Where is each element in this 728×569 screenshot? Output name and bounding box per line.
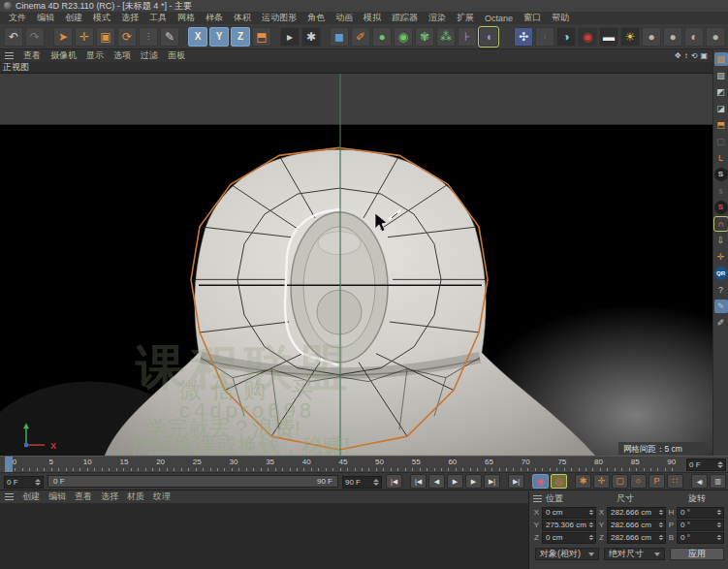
rotation-field[interactable]: 0 °: [677, 507, 724, 519]
toolbar-icon[interactable]: [47, 27, 51, 47]
rotation-field[interactable]: 0 °: [677, 520, 724, 531]
octane-livedb-icon[interactable]: ◑: [556, 27, 576, 47]
octane-daylight-icon[interactable]: ☀: [620, 27, 640, 47]
octane-resolution-icon[interactable]: ▬: [599, 27, 618, 47]
keyframe-settings-toggle[interactable]: ✱: [575, 474, 591, 489]
glossy-material-icon[interactable]: ●: [663, 27, 682, 47]
metallic-material-icon[interactable]: ●: [706, 27, 725, 47]
current-frame-field[interactable]: 0 F: [686, 458, 726, 471]
timeline-ticks[interactable]: 051015202530354045505560657075808590: [0, 457, 684, 472]
toolbar-icon[interactable]: [323, 27, 328, 47]
record-parameter-toggle[interactable]: P: [649, 474, 665, 489]
viewport-menu-item[interactable]: 显示: [86, 49, 104, 62]
zoom-view-icon[interactable]: ↕: [684, 51, 688, 60]
go-to-start-button[interactable]: |◀: [386, 474, 402, 489]
material-menu-item[interactable]: 创建: [22, 490, 40, 503]
axis-modify-icon[interactable]: L: [714, 151, 728, 165]
next-key-button[interactable]: ▶|: [484, 474, 500, 489]
menu-item[interactable]: 网格: [177, 12, 195, 24]
mograph-cloner-icon[interactable]: ⁂: [436, 27, 456, 47]
polygon-mode-icon[interactable]: ⬒: [714, 118, 728, 132]
record-rotation-toggle[interactable]: ○: [630, 474, 647, 489]
menu-item[interactable]: 编辑: [37, 12, 54, 24]
menu-item[interactable]: 运动图形: [262, 12, 297, 24]
menu-item[interactable]: 模式: [93, 12, 111, 24]
record-pla-toggle[interactable]: ∷: [667, 474, 683, 489]
menu-item[interactable]: 角色: [307, 12, 325, 24]
subdivision-surface-icon[interactable]: ●: [372, 27, 392, 47]
pan-view-icon[interactable]: ✥: [675, 51, 681, 60]
menu-item[interactable]: 选择: [121, 12, 139, 24]
menu-item[interactable]: 渲染: [428, 12, 446, 24]
viewport-solo-icon[interactable]: S: [714, 168, 728, 181]
last-tool-psr-icon[interactable]: ⋮: [139, 27, 158, 47]
toolbar-icon[interactable]: [181, 27, 186, 47]
play-forwards-button[interactable]: ▶: [447, 474, 463, 489]
coordinate-system-icon[interactable]: ⬒: [252, 27, 271, 47]
menu-item[interactable]: 模拟: [364, 12, 381, 24]
x-axis-lock-icon[interactable]: X: [188, 27, 207, 47]
octane-camera-icon[interactable]: ◉: [578, 27, 597, 47]
toolbar-icon[interactable]: [500, 27, 505, 47]
knife-tool-icon[interactable]: ✎: [160, 27, 179, 47]
generator-icon[interactable]: ◉: [394, 27, 413, 47]
go-to-end-button[interactable]: ▶|: [508, 474, 524, 489]
move-icon[interactable]: ✛: [75, 27, 94, 47]
primitive-cube-icon[interactable]: ◼: [330, 27, 349, 47]
toolbar-icon[interactable]: [273, 27, 278, 47]
material-menu-item[interactable]: 编辑: [48, 490, 66, 503]
menu-item[interactable]: Octane: [485, 14, 513, 23]
viewport-canvas[interactable]: 课程联盟 微信购 买 c4dpro698 学完就丢？浪费! 找我换课或换钱，稳赚…: [0, 74, 712, 456]
menu-item[interactable]: 文件: [9, 12, 26, 24]
solo-off-icon[interactable]: S: [714, 201, 728, 214]
autokeying-button[interactable]: ◎: [551, 474, 567, 489]
viewport-menu-item[interactable]: 过滤: [141, 49, 158, 62]
viewport-menu-item[interactable]: 面板: [168, 49, 185, 62]
toolbar-icon[interactable]: [507, 27, 512, 47]
viewport-menu-item[interactable]: 摄像机: [50, 49, 77, 62]
plane-cut-tool-icon[interactable]: ✐: [714, 316, 728, 330]
deformer-icon[interactable]: ⊦: [458, 27, 477, 47]
size-field[interactable]: 282.666 cm: [607, 532, 666, 544]
size-field[interactable]: 282.666 cm: [607, 507, 666, 519]
sound-toggle[interactable]: ◀)): [691, 474, 708, 489]
edge-mode-icon[interactable]: ◪: [714, 102, 728, 115]
next-frame-button[interactable]: ▶: [465, 474, 482, 489]
diffuse-material-icon[interactable]: ●: [642, 27, 661, 47]
undo-icon[interactable]: ↶: [4, 27, 23, 47]
render-settings-icon[interactable]: ✱: [301, 27, 321, 47]
menu-item[interactable]: 样条: [206, 12, 223, 24]
spline-pen-icon[interactable]: ✐: [351, 27, 370, 47]
size-field[interactable]: 282.666 cm: [607, 520, 666, 531]
live-selection-icon[interactable]: ➤: [53, 27, 73, 47]
rotate-view-icon[interactable]: ⟲: [691, 51, 698, 60]
object-mode-icon[interactable]: ▢: [714, 135, 728, 148]
range-end-field[interactable]: 90 F: [342, 476, 382, 489]
range-start-field[interactable]: 0 F: [4, 476, 44, 489]
line-cut-tool-icon[interactable]: ✎: [714, 300, 728, 313]
texture-mode-icon[interactable]: ▨: [714, 69, 728, 82]
snap-magnet-icon[interactable]: ∩: [714, 217, 728, 231]
position-field[interactable]: 0 cm: [542, 507, 596, 519]
menu-item[interactable]: 扩展: [457, 12, 474, 24]
menu-item[interactable]: 工具: [149, 12, 167, 24]
position-field[interactable]: 0 cm: [542, 532, 596, 544]
octane-nodes-icon[interactable]: ⁝: [535, 27, 554, 47]
coordinates-menu-icon[interactable]: [533, 495, 542, 502]
viewport-menu-icon[interactable]: [5, 52, 14, 59]
material-menu-icon[interactable]: [5, 493, 14, 500]
rotation-field[interactable]: 0 °: [677, 532, 724, 544]
apply-button[interactable]: 应用: [670, 548, 724, 560]
viewport-menu-item[interactable]: 选项: [113, 49, 131, 62]
model-mode-icon[interactable]: ▧: [714, 52, 728, 66]
menu-item[interactable]: 跟踪器: [392, 12, 418, 24]
current-frame-marker[interactable]: [5, 457, 13, 472]
render-view-icon[interactable]: ▸: [280, 27, 300, 47]
record-scale-toggle[interactable]: ▢: [612, 474, 628, 489]
film-scheme-icon[interactable]: ▥: [710, 474, 726, 489]
bend-deformer-icon[interactable]: ◖: [479, 27, 498, 47]
material-menu-item[interactable]: 选择: [101, 490, 118, 503]
menu-item[interactable]: 体积: [234, 12, 251, 24]
quantize-icon[interactable]: ✛: [714, 250, 728, 264]
position-field[interactable]: 275.306 cm: [542, 520, 596, 531]
